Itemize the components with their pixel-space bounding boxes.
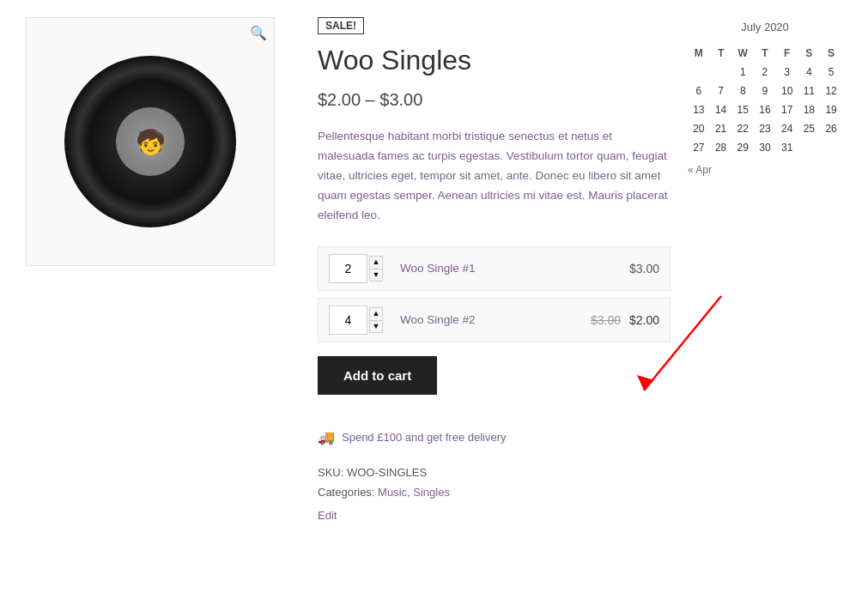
calendar-day: 27 (688, 138, 710, 157)
calendar-day: 16 (754, 100, 776, 119)
old-price-2: $3.00 (591, 313, 621, 327)
product-description: Pellentesque habitant morbi tristique se… (318, 127, 671, 226)
calendar-header-row: M T W T F S S (688, 44, 842, 63)
prev-month-link[interactable]: « Apr (688, 164, 712, 176)
calendar-day: 15 (731, 100, 754, 119)
calendar-day (688, 63, 710, 82)
qty-up-2[interactable]: ▲ (369, 307, 383, 320)
categories-label: Categories: (318, 486, 374, 499)
calendar-day: 7 (710, 82, 732, 100)
calendar-day: 25 (798, 119, 821, 138)
cal-th-s2: S (820, 44, 842, 63)
zoom-icon[interactable]: 🔍 (250, 25, 267, 41)
vinyl-figure: 🧒 (136, 128, 166, 156)
calendar-day: 3 (776, 63, 798, 82)
calendar-day: 19 (820, 100, 842, 119)
qty-down-2[interactable]: ▼ (369, 320, 383, 333)
cal-th-t2: T (754, 44, 776, 63)
calendar-day (710, 63, 732, 82)
qty-up-1[interactable]: ▲ (369, 256, 383, 269)
qty-input-1[interactable] (329, 254, 367, 283)
qty-input-2[interactable] (329, 306, 367, 335)
calendar-day: 24 (776, 119, 798, 138)
vinyl-label: 🧒 (116, 107, 185, 176)
variations-container: ▲ ▼ Woo Single #1 $3.00 ▲ ▼ Woo Single #… (318, 246, 671, 342)
qty-down-1[interactable]: ▼ (369, 269, 383, 281)
calendar-day: 9 (754, 82, 776, 100)
calendar-week-row: 12345 (688, 63, 842, 82)
cal-th-s1: S (798, 44, 821, 63)
edit-link[interactable]: Edit (318, 509, 671, 522)
calendar-grid: M T W T F S S 12345678910111213141516171… (688, 44, 842, 157)
category-singles-link[interactable]: Singles (413, 486, 450, 499)
product-title: Woo Singles (318, 45, 671, 76)
calendar-day: 20 (688, 119, 710, 138)
sku-value: WOO-SINGLES (347, 466, 427, 479)
variation-name-2: Woo Single #2 (400, 313, 591, 326)
cal-th-t1: T (710, 44, 732, 63)
calendar-day: 18 (798, 100, 821, 119)
variation-row-2: ▲ ▼ Woo Single #2 $3.00 $2.00 (318, 298, 671, 342)
calendar-week-row: 13141516171819 (688, 100, 842, 119)
calendar-day: 21 (710, 119, 732, 138)
calendar-day: 6 (688, 82, 710, 100)
calendar-day: 10 (776, 82, 798, 100)
calendar-week-row: 20212223242526 (688, 119, 842, 138)
variation-qty-1: ▲ ▼ (329, 254, 383, 283)
svg-marker-1 (637, 375, 654, 390)
sale-badge: SALE! (318, 17, 364, 34)
calendar-day: 1 (731, 63, 754, 82)
product-image-container: 🔍 🧒 (26, 17, 275, 266)
calendar-day (820, 138, 842, 157)
calendar-day: 12 (820, 82, 842, 100)
calendar-header: July 2020 (688, 17, 842, 37)
calendar-day (798, 138, 821, 157)
qty-controls-1: ▲ ▼ (369, 256, 383, 281)
calendar-day: 28 (710, 138, 732, 157)
vinyl-record: 🧒 (64, 56, 236, 227)
calendar-section: July 2020 M T W T F S S 1234567891011121… (688, 17, 842, 522)
cal-th-w: W (731, 44, 754, 63)
product-meta: SKU: WOO-SINGLES Categories: Music, Sing… (318, 463, 671, 503)
calendar-day: 11 (798, 82, 821, 100)
calendar-day: 4 (798, 63, 821, 82)
calendar-day: 5 (820, 63, 842, 82)
calendar-day: 26 (820, 119, 842, 138)
calendar-week-row: 2728293031 (688, 138, 842, 157)
cal-th-m: M (688, 44, 710, 63)
sku-label: SKU: (318, 466, 343, 479)
product-price: $2.00 – $3.00 (318, 90, 671, 110)
product-image-section: 🔍 🧒 (26, 17, 283, 522)
product-details: SALE! Woo Singles $2.00 – $3.00 Pellente… (318, 17, 688, 522)
calendar-day: 17 (776, 100, 798, 119)
calendar-day: 30 (754, 138, 776, 157)
calendar-week-row: 6789101112 (688, 82, 842, 100)
delivery-text: Spend £100 and get free delivery (342, 431, 507, 444)
variation-name-1: Woo Single #1 (400, 262, 629, 275)
variation-qty-2: ▲ ▼ (329, 306, 383, 335)
variation-price-1: $3.00 (629, 262, 659, 275)
cal-th-f: F (776, 44, 798, 63)
category-music-link[interactable]: Music (378, 486, 407, 499)
calendar-day: 8 (731, 82, 754, 100)
calendar-day: 23 (754, 119, 776, 138)
calendar-nav: « Apr (688, 164, 842, 176)
calendar-day: 14 (710, 100, 732, 119)
add-to-cart-button[interactable]: Add to cart (318, 356, 437, 395)
calendar-day: 29 (731, 138, 754, 157)
variation-row-1: ▲ ▼ Woo Single #1 $3.00 (318, 246, 671, 291)
calendar-day: 31 (776, 138, 798, 157)
calendar-day: 22 (731, 119, 754, 138)
new-price-2: $2.00 (629, 313, 659, 327)
qty-controls-2: ▲ ▼ (369, 307, 383, 333)
delivery-notice: 🚚 Spend £100 and get free delivery (318, 429, 671, 445)
truck-icon: 🚚 (318, 429, 335, 445)
calendar-day: 2 (754, 63, 776, 82)
calendar-day: 13 (688, 100, 710, 119)
calendar: July 2020 M T W T F S S 1234567891011121… (688, 17, 842, 176)
variation-price-2: $3.00 $2.00 (591, 313, 659, 327)
